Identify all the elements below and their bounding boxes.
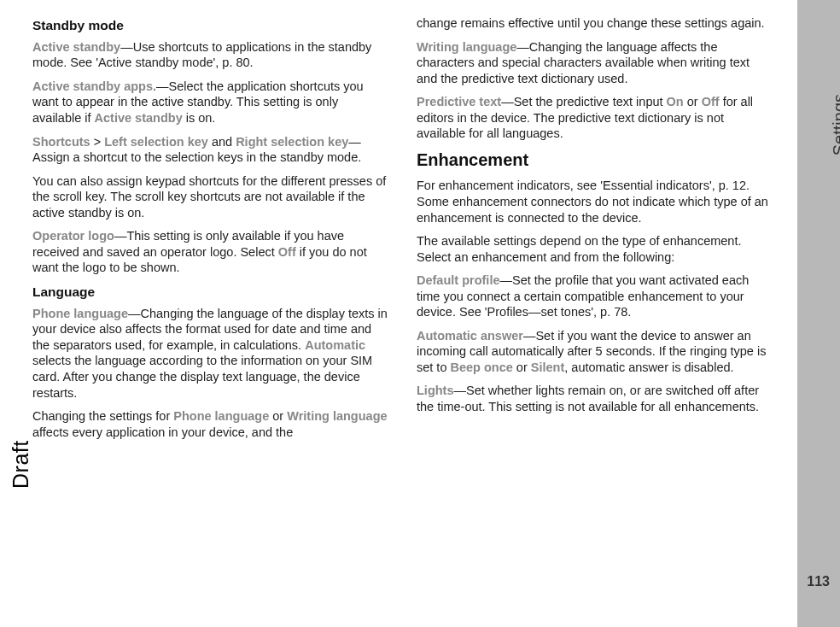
term: Active standby apps. <box>32 79 156 93</box>
term: Predictive text <box>417 95 501 108</box>
text: , automatic answer is disabled. <box>564 360 733 374</box>
term: Shortcuts <box>32 135 90 149</box>
para: change remains effective until you chang… <box>417 15 773 32</box>
term: Lights <box>417 384 454 397</box>
para: For enhancement indicators, see 'Essenti… <box>417 178 773 226</box>
text: and <box>208 135 236 149</box>
para: Operator logo—This setting is only avail… <box>32 228 389 276</box>
term: Phone language <box>32 307 128 320</box>
term: Silent <box>531 360 564 374</box>
term: On <box>667 95 684 108</box>
para: You can also assign keypad shortcuts for… <box>32 173 389 221</box>
term: Active standby <box>32 40 120 54</box>
text: or <box>684 95 702 108</box>
text: or <box>269 409 287 423</box>
para: The available settings depend on the typ… <box>417 233 773 265</box>
text: > <box>90 135 105 149</box>
term: Active standby <box>95 111 183 125</box>
term: Beep once <box>451 360 513 374</box>
para: Lights—Set whether lights remain on, or … <box>417 383 773 414</box>
term: Automatic answer <box>417 329 523 343</box>
para: Active standby apps.—Select the applicat… <box>32 79 389 126</box>
para: Default profile—Set the profile that you… <box>417 272 773 320</box>
term: Phone language <box>173 409 269 423</box>
right-column: change remains effective until you chang… <box>417 15 773 627</box>
term: Off <box>278 245 296 259</box>
term: Writing language <box>417 40 516 54</box>
term: Automatic <box>305 338 365 352</box>
text: Changing the settings for <box>32 409 173 423</box>
page-content: Standby mode Active standby—Use shortcut… <box>0 0 840 627</box>
heading-enhancement: Enhancement <box>417 149 773 172</box>
term: Left selection key <box>104 135 208 149</box>
para: Automatic answer—Set if you want the dev… <box>417 328 773 376</box>
text: or <box>513 360 531 374</box>
text: selects the language according to the in… <box>32 354 372 399</box>
para: Active standby—Use shortcuts to applicat… <box>32 39 389 71</box>
para: Phone language—Changing the language of … <box>32 306 389 401</box>
text: is on. <box>183 111 216 125</box>
para: Shortcuts > Left selection key and Right… <box>32 134 389 166</box>
heading-language: Language <box>32 284 389 301</box>
term: Operator logo <box>32 229 114 243</box>
para: Predictive text—Set the predictive text … <box>417 94 773 142</box>
left-column: Standby mode Active standby—Use shortcut… <box>32 15 389 627</box>
text: —Set the predictive text input <box>501 95 666 108</box>
term: Writing language <box>287 409 387 423</box>
para: Writing language—Changing the language a… <box>417 39 773 87</box>
text: —Set whether lights remain on, or are sw… <box>417 384 759 413</box>
term: Off <box>702 95 720 108</box>
term: Right selection key <box>236 135 348 149</box>
heading-standby-mode: Standby mode <box>32 17 389 34</box>
text: affects every application in your device… <box>32 425 293 439</box>
para: Changing the settings for Phone language… <box>32 408 389 440</box>
term: Default profile <box>417 273 499 287</box>
